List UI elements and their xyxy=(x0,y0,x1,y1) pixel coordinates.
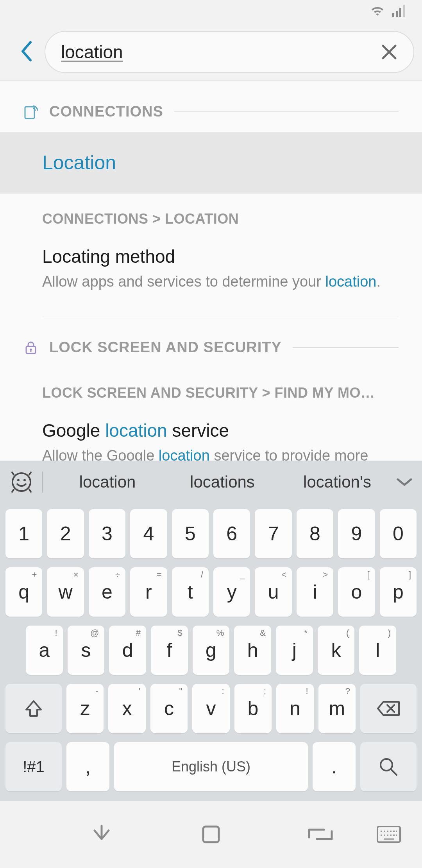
result-item[interactable]: CONNECTIONS > LOCATIONLocating methodAll… xyxy=(0,194,422,309)
lock-icon xyxy=(23,340,38,355)
key-4[interactable]: 4 xyxy=(130,509,167,558)
wifi-icon xyxy=(370,5,385,19)
key-d[interactable]: d# xyxy=(109,626,146,675)
connections-icon xyxy=(23,104,38,119)
key-0[interactable]: 0 xyxy=(380,509,417,558)
key-m[interactable]: m? xyxy=(318,684,356,733)
key-f[interactable]: f$ xyxy=(151,626,188,675)
key-j[interactable]: j* xyxy=(276,626,313,675)
result-title: Locating method xyxy=(42,246,399,267)
key-n[interactable]: n! xyxy=(276,684,313,733)
key-p[interactable]: p] xyxy=(380,567,417,617)
status-bar xyxy=(0,0,422,23)
nav-recents-icon[interactable] xyxy=(307,821,334,848)
category-header: LOCK SCREEN AND SECURITY xyxy=(0,317,422,368)
key-period[interactable]: . xyxy=(313,742,356,791)
category-header: CONNECTIONS xyxy=(0,81,422,132)
svg-point-8 xyxy=(17,479,20,481)
key-8[interactable]: 8 xyxy=(297,509,333,558)
result-description: Allow apps and services to determine you… xyxy=(42,272,399,292)
result-description: Allow the Google location service to pro… xyxy=(42,446,399,461)
key-s[interactable]: s@ xyxy=(68,626,105,675)
key-k[interactable]: k( xyxy=(318,626,355,675)
divider xyxy=(174,111,399,112)
emoji-toggle-icon[interactable] xyxy=(8,471,35,493)
result-title: Google location service xyxy=(42,420,399,441)
key-space[interactable]: English (US) xyxy=(114,742,308,791)
key-3[interactable]: 3 xyxy=(89,509,125,558)
key-7[interactable]: 7 xyxy=(255,509,291,558)
key-t[interactable]: t/ xyxy=(172,567,209,617)
category-title: CONNECTIONS xyxy=(49,103,163,120)
separator xyxy=(42,472,43,493)
key-g[interactable]: g% xyxy=(193,626,230,675)
back-icon[interactable] xyxy=(20,41,33,63)
key-l[interactable]: l) xyxy=(359,626,396,675)
svg-point-9 xyxy=(23,479,26,481)
clear-icon[interactable] xyxy=(381,43,398,61)
result-title: Location xyxy=(42,151,399,174)
key-y[interactable]: y_ xyxy=(213,567,250,617)
suggestion-3[interactable]: location's xyxy=(280,473,395,491)
nav-hide-keyboard-icon[interactable] xyxy=(88,821,115,848)
key-h[interactable]: h& xyxy=(234,626,271,675)
svg-rect-0 xyxy=(392,13,394,17)
svg-rect-14 xyxy=(377,827,400,842)
nav-home-icon[interactable] xyxy=(197,821,225,848)
key-c[interactable]: c" xyxy=(150,684,188,733)
key-u[interactable]: u< xyxy=(255,567,291,617)
key-z[interactable]: z- xyxy=(66,684,104,733)
key-b[interactable]: b; xyxy=(234,684,272,733)
svg-rect-1 xyxy=(396,11,398,17)
suggestion-bar: location locations location's xyxy=(0,461,422,504)
key-q[interactable]: q+ xyxy=(5,567,42,617)
key-x[interactable]: x' xyxy=(108,684,145,733)
key-6[interactable]: 6 xyxy=(213,509,250,558)
nav-keyboard-icon[interactable] xyxy=(375,821,402,848)
nav-bar xyxy=(0,801,422,868)
key-search[interactable] xyxy=(360,742,417,791)
key-5[interactable]: 5 xyxy=(172,509,209,558)
key-r[interactable]: r= xyxy=(130,567,167,617)
search-header xyxy=(0,23,422,81)
svg-rect-3 xyxy=(403,5,405,17)
svg-rect-2 xyxy=(399,8,401,17)
key-2[interactable]: 2 xyxy=(47,509,84,558)
svg-point-10 xyxy=(381,759,392,771)
search-input[interactable] xyxy=(61,41,373,63)
expand-suggestions-icon[interactable] xyxy=(395,477,414,487)
key-backspace[interactable] xyxy=(360,684,417,733)
svg-rect-13 xyxy=(203,827,219,842)
svg-line-11 xyxy=(391,769,397,775)
key-w[interactable]: w× xyxy=(47,567,84,617)
suggestion-2[interactable]: locations xyxy=(165,473,280,491)
result-item[interactable]: LOCK SCREEN AND SECURITY > FIND MY MO…Go… xyxy=(0,368,422,461)
key-9[interactable]: 9 xyxy=(338,509,375,558)
key-a[interactable]: a! xyxy=(26,626,63,675)
key-1[interactable]: 1 xyxy=(5,509,42,558)
suggestion-1[interactable]: location xyxy=(50,473,165,491)
key-e[interactable]: e÷ xyxy=(89,567,125,617)
breadcrumb: CONNECTIONS > LOCATION xyxy=(42,211,399,227)
category-title: LOCK SCREEN AND SECURITY xyxy=(49,339,282,356)
key-symbols[interactable]: !#1 xyxy=(5,742,62,791)
key-v[interactable]: v: xyxy=(192,684,229,733)
key-i[interactable]: i> xyxy=(297,567,333,617)
signal-icon xyxy=(392,5,406,19)
divider xyxy=(293,347,399,348)
key-shift[interactable] xyxy=(5,684,62,733)
search-results: CONNECTIONSLocationCONNECTIONS > LOCATIO… xyxy=(0,81,422,461)
breadcrumb: LOCK SCREEN AND SECURITY > FIND MY MO… xyxy=(42,385,399,401)
key-o[interactable]: o[ xyxy=(338,567,375,617)
search-pill xyxy=(45,31,414,73)
key-comma[interactable]: , xyxy=(66,742,109,791)
keyboard: location locations location's 1234567890… xyxy=(0,461,422,801)
result-item-highlight[interactable]: Location xyxy=(0,132,422,194)
